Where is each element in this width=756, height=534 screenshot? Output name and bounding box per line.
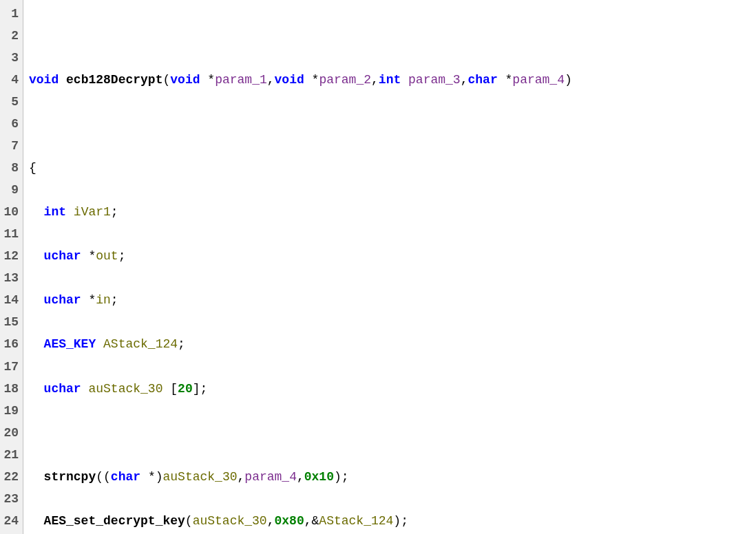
line-number: 7: [3, 135, 19, 157]
line-number: 16: [3, 333, 19, 355]
line-number: 19: [3, 400, 19, 422]
line-number: 5: [3, 91, 19, 113]
param: param_2: [319, 73, 371, 87]
line-number: 23: [3, 488, 19, 510]
line-number: 6: [3, 113, 19, 135]
type: int: [44, 205, 66, 219]
type: char: [468, 73, 498, 87]
number: 0x10: [304, 470, 334, 484]
function-call: strncpy: [44, 470, 96, 484]
variable: out: [96, 249, 118, 263]
type: int: [379, 73, 401, 87]
param: param_4: [512, 73, 565, 87]
line-number: 18: [3, 378, 19, 400]
variable: in: [96, 293, 111, 307]
line-number: 8: [3, 157, 19, 179]
type: void: [170, 73, 200, 87]
function-name: ecb128Decrypt: [66, 73, 162, 87]
code-line[interactable]: AES_set_decrypt_key(auStack_30,0x80,&ASt…: [29, 510, 750, 532]
code-editor[interactable]: void ecb128Decrypt(void *param_1,void *p…: [23, 0, 756, 534]
type: AES_KEY: [44, 337, 96, 351]
variable: AStack_124: [103, 337, 178, 351]
line-number: 20: [3, 422, 19, 444]
variable: auStack_30: [162, 470, 237, 484]
variable: auStack_30: [193, 514, 267, 528]
type: void: [275, 73, 304, 87]
line-number: 21: [3, 444, 19, 466]
keyword: void: [29, 73, 59, 87]
line-number: 2: [3, 25, 19, 47]
param: param_1: [215, 73, 267, 87]
code-line[interactable]: void ecb128Decrypt(void *param_1,void *p…: [29, 69, 750, 91]
code-line[interactable]: [29, 113, 750, 135]
variable: auStack_30: [88, 382, 162, 396]
number: 20: [178, 382, 193, 396]
param: param_3: [408, 73, 461, 87]
type: char: [111, 470, 140, 484]
line-number: 1: [3, 3, 19, 25]
code-line[interactable]: strncpy((char *)auStack_30,param_4,0x10)…: [29, 466, 750, 488]
line-number: 24: [3, 510, 19, 532]
line-number: 12: [3, 245, 19, 267]
line-number: 10: [3, 201, 19, 223]
line-number-gutter: 1 2 3 4 5 6 7 8 9 10 11 12 13 14 15 16 1…: [0, 0, 23, 534]
variable: AStack_124: [319, 514, 393, 528]
line-number: 13: [3, 267, 19, 289]
code-line[interactable]: uchar auStack_30 [20];: [29, 378, 750, 400]
code-line[interactable]: uchar *in;: [29, 289, 750, 311]
line-number: 17: [3, 356, 19, 378]
function-call: AES_set_decrypt_key: [44, 514, 185, 528]
line-number: 14: [3, 289, 19, 311]
line-number: 15: [3, 311, 19, 333]
number: 0x80: [275, 514, 304, 528]
type: uchar: [44, 249, 81, 263]
line-number: 4: [3, 69, 19, 91]
line-number: 9: [3, 179, 19, 201]
code-line[interactable]: [29, 422, 750, 444]
code-line[interactable]: int iVar1;: [29, 201, 750, 223]
line-number: 11: [3, 223, 19, 245]
code-line[interactable]: uchar *out;: [29, 245, 750, 267]
type: uchar: [44, 382, 81, 396]
line-number: 3: [3, 47, 19, 69]
code-line[interactable]: AES_KEY AStack_124;: [29, 333, 750, 355]
type: uchar: [44, 293, 81, 307]
param: param_4: [244, 470, 297, 484]
code-line[interactable]: {: [29, 157, 750, 179]
code-line[interactable]: [29, 25, 750, 47]
variable: iVar1: [74, 205, 111, 219]
line-number: 22: [3, 466, 19, 488]
